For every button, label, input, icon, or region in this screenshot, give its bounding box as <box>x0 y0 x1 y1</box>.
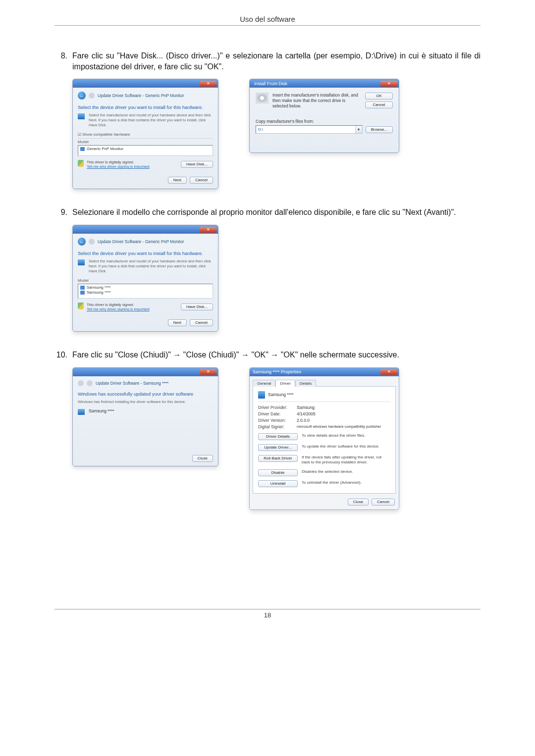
signature-text: This driver is digitally signed. <box>87 302 150 307</box>
dialog-side-buttons: OK Cancel <box>365 93 393 108</box>
provider-value: Samsung <box>297 405 315 410</box>
signature-link[interactable]: Tell me why driver signing is important <box>87 164 150 169</box>
forward-icon <box>87 380 93 386</box>
window-body: ← Update Driver Software - Generic PnP M… <box>73 234 218 331</box>
dialog-message: Insert the manufacturer's installation d… <box>272 93 361 109</box>
cancel-button[interactable]: Cancel <box>190 177 213 184</box>
have-disk-button[interactable]: Have Disk... <box>181 303 213 310</box>
signature-link[interactable]: Tell me why driver signing is important <box>87 307 150 311</box>
window-body: ← Update Driver Software - Generic PnP M… <box>73 88 218 189</box>
next-button[interactable]: Next <box>168 177 187 184</box>
breadcrumb-text: Update Driver Software - Samsung **** <box>96 381 168 386</box>
tab-general[interactable]: General <box>253 380 275 387</box>
page-header-title: Uso del software <box>54 15 481 23</box>
update-driver-button[interactable]: Update Driver... <box>258 444 298 451</box>
page-number: 18 <box>54 611 481 619</box>
list-item[interactable]: Samsung **** <box>80 285 211 290</box>
window-body: Update Driver Software - Samsung **** Wi… <box>73 376 218 466</box>
uninstall-desc: To uninstall the driver (Advanced). <box>302 480 362 485</box>
copy-from-label: Copy manufacturer's files from: <box>256 119 393 124</box>
next-button[interactable]: Next <box>168 319 187 326</box>
wizard-subtext: Select the manufacturer and model of you… <box>89 113 213 127</box>
footer-buttons: Next Cancel <box>78 177 213 184</box>
monitor-icon <box>78 113 85 119</box>
list-item-label: Samsung **** <box>87 290 110 295</box>
monitor-icon <box>78 259 85 265</box>
back-icon[interactable]: ← <box>78 92 86 100</box>
list-item-label: Samsung **** <box>87 285 110 290</box>
titlebar: Samsung **** Properties ✕ <box>250 368 399 376</box>
driver-details-desc: To view details about the driver files. <box>302 433 366 438</box>
wizard-heading: Select the device driver you want to ins… <box>78 251 213 256</box>
model-header: Model <box>78 278 213 283</box>
tab-driver[interactable]: Driver <box>275 380 295 387</box>
tab-details[interactable]: Details <box>295 380 316 387</box>
device-header: Samsung **** <box>258 391 390 402</box>
signer-value: microsoft windows hardware compatibility… <box>297 424 381 429</box>
ok-button[interactable]: OK <box>365 93 393 100</box>
close-icon[interactable]: ✕ <box>200 81 216 87</box>
shield-icon <box>78 160 84 167</box>
back-icon[interactable]: ← <box>78 238 86 246</box>
path-combobox[interactable]: D:\ ▾ <box>256 125 363 134</box>
figure-row-step10: ✕ Update Driver Software - Samsung **** … <box>72 367 481 510</box>
cancel-button[interactable]: Cancel <box>190 319 213 326</box>
have-disk-button[interactable]: Have Disk... <box>181 161 213 168</box>
wizard-subtext-row: Select the manufacturer and model of you… <box>78 113 213 127</box>
breadcrumb-text: Update Driver Software - Generic PnP Mon… <box>98 239 184 244</box>
monitor-icon <box>80 291 85 295</box>
cancel-button[interactable]: Cancel <box>372 499 395 505</box>
monitor-icon <box>78 409 85 415</box>
wizard-subtext: Windows has finished installing the driv… <box>78 400 213 404</box>
step-number: 9. <box>54 207 72 218</box>
wizard-subtext: Select the manufacturer and model of you… <box>89 259 213 273</box>
figure-step9: ✕ ← Update Driver Software - Generic PnP… <box>72 225 481 332</box>
window-update-driver-samsung: ✕ ← Update Driver Software - Generic PnP… <box>72 225 218 332</box>
step-9: 9. Selezionare il modello che corrispond… <box>54 207 481 218</box>
titlebar: Install From Disk ✕ <box>250 79 399 88</box>
date-value: 4/14/2005 <box>297 411 316 416</box>
model-list[interactable]: Generic PnP Monitor <box>78 145 213 156</box>
chevron-down-icon[interactable]: ▾ <box>355 126 362 133</box>
close-icon[interactable]: ✕ <box>200 369 216 375</box>
close-icon[interactable]: ✕ <box>200 227 216 233</box>
show-compatible-checkbox[interactable]: ☑ Show compatible hardware <box>78 132 213 137</box>
browse-button[interactable]: Browse... <box>366 126 393 133</box>
shield-icon <box>78 302 84 309</box>
forward-icon <box>89 93 95 99</box>
close-icon[interactable]: ✕ <box>380 369 397 375</box>
step-text: Selezionare il modello che corrisponde a… <box>72 207 481 218</box>
driver-details-button[interactable]: Driver Details <box>258 433 298 440</box>
dialog-install-from-disk: Install From Disk ✕ Insert the manufactu… <box>249 79 399 153</box>
show-compatible-label: Show compatible hardware <box>82 132 130 137</box>
tab-panel-driver: Samsung **** Driver Provider:Samsung Dri… <box>253 386 396 494</box>
close-button[interactable]: Close <box>192 455 213 462</box>
uninstall-button[interactable]: Uninstall <box>258 480 298 487</box>
cancel-button[interactable]: Cancel <box>365 101 393 108</box>
version-value: 2.0.0.0 <box>297 418 310 423</box>
disable-button[interactable]: Disable <box>258 469 298 476</box>
model-list[interactable]: Samsung **** Samsung **** <box>78 284 213 299</box>
window-update-driver-generic: ✕ ← Update Driver Software - Generic PnP… <box>72 79 218 189</box>
step-text: Fare clic su "Have Disk... (Disco driver… <box>72 50 481 72</box>
date-label: Driver Date: <box>258 411 297 416</box>
roll-back-button[interactable]: Roll Back Driver <box>258 455 298 462</box>
signature-row: This driver is digitally signed. Tell me… <box>78 160 213 169</box>
close-button[interactable]: Close <box>348 499 369 505</box>
document-page: Uso del software 8. Fare clic su "Have D… <box>0 0 535 634</box>
list-item[interactable]: Samsung **** <box>80 290 211 295</box>
footer-buttons: Close <box>192 455 213 462</box>
disk-icon <box>256 93 268 103</box>
version-label: Driver Version: <box>258 418 297 423</box>
monitor-icon <box>258 391 265 399</box>
model-header: Model <box>78 140 213 144</box>
window-update-complete: ✕ Update Driver Software - Samsung **** … <box>72 367 218 466</box>
path-value: D:\ <box>256 127 355 132</box>
list-item[interactable]: Generic PnP Monitor <box>80 147 211 151</box>
signature-row: This driver is digitally signed. Tell me… <box>78 302 213 311</box>
device-name: Samsung **** <box>268 392 294 397</box>
list-item-label: Generic PnP Monitor <box>87 147 123 151</box>
device-name: Samsung **** <box>89 408 114 415</box>
close-icon[interactable]: ✕ <box>380 81 397 87</box>
figure-row-step8: ✕ ← Update Driver Software - Generic PnP… <box>72 79 481 189</box>
